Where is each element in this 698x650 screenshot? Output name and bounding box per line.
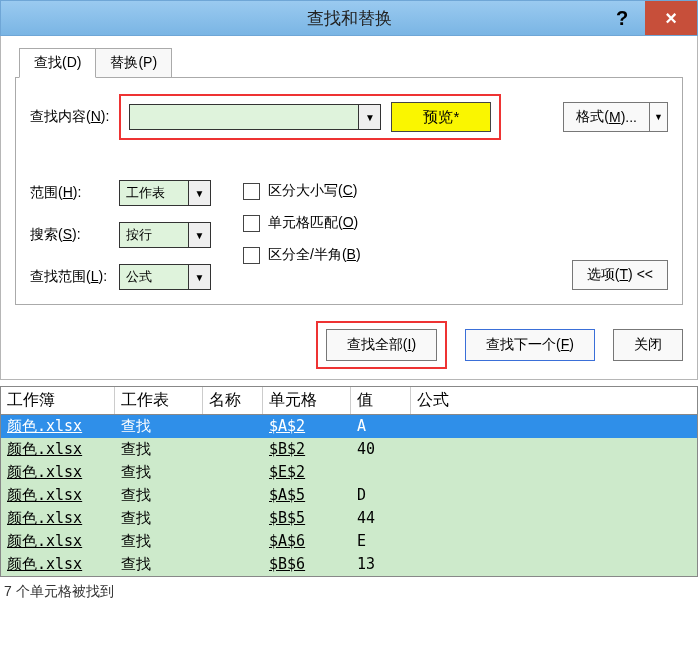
tab-find-label: 查找(D) <box>34 54 81 70</box>
results-row[interactable]: 颜色.xlsx查找$A$2A <box>1 415 697 438</box>
cell-workbook: 颜色.xlsx <box>1 415 115 438</box>
match-width-check[interactable]: 区分全/半角(B) <box>243 246 361 264</box>
cell-workbook: 颜色.xlsx <box>1 507 115 530</box>
preview-button[interactable]: 预览* <box>391 102 491 132</box>
close-button[interactable]: 关闭 <box>613 329 683 361</box>
find-next-button[interactable]: 查找下一个(F) <box>465 329 595 361</box>
lookin-label: 查找范围(L): <box>30 268 107 286</box>
cell-name <box>203 415 263 438</box>
find-content-row: 查找内容(N): ▼ 预览* 格式(M)... ▼ <box>30 94 668 140</box>
match-whole-checkbox[interactable] <box>243 215 260 232</box>
window-title: 查找和替换 <box>307 7 392 30</box>
results-row[interactable]: 颜色.xlsx查找$E$2 <box>1 461 697 484</box>
find-next-wrap: 查找下一个(F) <box>465 329 595 361</box>
cell-ref: $A$2 <box>263 415 351 438</box>
results-row[interactable]: 颜色.xlsx查找$A$6E <box>1 530 697 553</box>
cell-value: 40 <box>351 438 411 461</box>
chevron-down-icon: ▼ <box>195 272 205 283</box>
col-name[interactable]: 名称 <box>203 387 263 414</box>
lookin-select[interactable]: 公式 ▼ <box>119 264 211 290</box>
col-cell[interactable]: 单元格 <box>263 387 351 414</box>
chevron-down-icon: ▼ <box>195 188 205 199</box>
help-button[interactable]: ? <box>599 1 645 35</box>
cell-value: A <box>351 415 411 438</box>
close-button-label: 关闭 <box>634 336 662 352</box>
scope-select[interactable]: 工作表 ▼ <box>119 180 211 206</box>
match-case-checkbox[interactable] <box>243 183 260 200</box>
cell-ref: $A$5 <box>263 484 351 507</box>
match-case-check[interactable]: 区分大小写(C) <box>243 182 361 200</box>
cell-workbook: 颜色.xlsx <box>1 484 115 507</box>
cell-formula <box>411 415 697 438</box>
search-options-selects: 范围(H): 工作表 ▼ 搜索(S): 按行 ▼ 查找范围(L): 公式 <box>30 180 211 290</box>
options-panel: 查找内容(N): ▼ 预览* 格式(M)... ▼ <box>15 77 683 305</box>
results-row[interactable]: 颜色.xlsx查找$B$544 <box>1 507 697 530</box>
col-sheet[interactable]: 工作表 <box>115 387 203 414</box>
dialog-actions: 查找全部(I) 查找下一个(F) 关闭 <box>15 321 683 369</box>
col-formula[interactable]: 公式 <box>411 387 697 414</box>
cell-sheet: 查找 <box>115 530 203 553</box>
cell-ref: $A$6 <box>263 530 351 553</box>
results-row[interactable]: 颜色.xlsx查找$B$613 <box>1 553 697 576</box>
cell-sheet: 查找 <box>115 484 203 507</box>
cell-name <box>203 553 263 576</box>
preview-button-label: 预览* <box>423 108 459 127</box>
find-what-input[interactable] <box>129 104 359 130</box>
cell-ref: $B$6 <box>263 553 351 576</box>
results-header: 工作簿 工作表 名称 单元格 值 公式 <box>1 387 697 415</box>
options-toggle-wrap: 选项(T) << <box>572 260 668 290</box>
cell-sheet: 查找 <box>115 415 203 438</box>
format-button-wrap: 格式(M)... ▼ <box>563 102 668 132</box>
tab-replace[interactable]: 替换(P) <box>95 48 172 78</box>
cell-formula <box>411 461 697 484</box>
search-direction-select[interactable]: 按行 ▼ <box>119 222 211 248</box>
search-label: 搜索(S): <box>30 226 107 244</box>
scope-select-dropdown[interactable]: ▼ <box>189 180 211 206</box>
col-workbook[interactable]: 工作簿 <box>1 387 115 414</box>
search-direction-dropdown[interactable]: ▼ <box>189 222 211 248</box>
match-case-label: 区分大小写(C) <box>268 182 357 200</box>
find-all-button[interactable]: 查找全部(I) <box>326 329 437 361</box>
format-button[interactable]: 格式(M)... <box>563 102 650 132</box>
cell-workbook: 颜色.xlsx <box>1 438 115 461</box>
match-width-checkbox[interactable] <box>243 247 260 264</box>
results-row[interactable]: 颜色.xlsx查找$A$5D <box>1 484 697 507</box>
tabs: 查找(D) 替换(P) <box>15 48 683 78</box>
options-toggle-button[interactable]: 选项(T) << <box>572 260 668 290</box>
format-button-dropdown[interactable]: ▼ <box>650 102 668 132</box>
col-value[interactable]: 值 <box>351 387 411 414</box>
chevron-down-icon: ▼ <box>654 112 663 122</box>
match-whole-check[interactable]: 单元格匹配(O) <box>243 214 361 232</box>
scope-select-value: 工作表 <box>119 180 189 206</box>
cell-value: 13 <box>351 553 411 576</box>
search-options: 范围(H): 工作表 ▼ 搜索(S): 按行 ▼ 查找范围(L): 公式 <box>30 180 668 290</box>
cell-formula <box>411 530 697 553</box>
cell-ref: $E$2 <box>263 461 351 484</box>
cell-value: D <box>351 484 411 507</box>
match-width-label: 区分全/半角(B) <box>268 246 361 264</box>
search-direction-value: 按行 <box>119 222 189 248</box>
cell-workbook: 颜色.xlsx <box>1 553 115 576</box>
cell-value: 44 <box>351 507 411 530</box>
cell-workbook: 颜色.xlsx <box>1 461 115 484</box>
find-what-dropdown[interactable]: ▼ <box>359 104 381 130</box>
cell-formula <box>411 507 697 530</box>
results-body: 颜色.xlsx查找$A$2A颜色.xlsx查找$B$240颜色.xlsx查找$E… <box>1 415 697 576</box>
results-row[interactable]: 颜色.xlsx查找$B$240 <box>1 438 697 461</box>
results-table: 工作簿 工作表 名称 单元格 值 公式 颜色.xlsx查找$A$2A颜色.xls… <box>0 386 698 577</box>
search-options-checks: 区分大小写(C) 单元格匹配(O) 区分全/半角(B) <box>243 180 361 264</box>
close-window-button[interactable]: × <box>645 1 697 35</box>
tab-find[interactable]: 查找(D) <box>19 48 96 78</box>
cell-formula <box>411 553 697 576</box>
cell-ref: $B$5 <box>263 507 351 530</box>
find-content-label: 查找内容(N): <box>30 108 109 126</box>
cell-sheet: 查找 <box>115 553 203 576</box>
cell-value <box>351 461 411 484</box>
status-bar: 7 个单元格被找到 <box>0 577 698 605</box>
match-whole-label: 单元格匹配(O) <box>268 214 358 232</box>
cell-name <box>203 461 263 484</box>
find-input-wrap: ▼ <box>129 104 381 130</box>
dialog-body: 查找(D) 替换(P) 查找内容(N): ▼ 预览* <box>0 36 698 380</box>
lookin-select-dropdown[interactable]: ▼ <box>189 264 211 290</box>
cell-formula <box>411 438 697 461</box>
